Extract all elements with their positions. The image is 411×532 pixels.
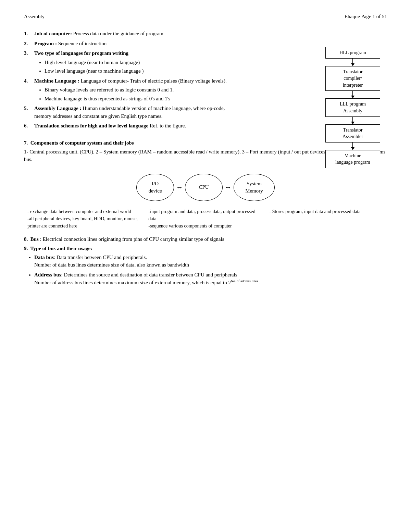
databus-bold: Data bus bbox=[34, 255, 54, 260]
cpu-ellipse: CPU bbox=[185, 174, 223, 201]
list-item-3: Two type of languages for program writin… bbox=[24, 49, 229, 75]
list-item-2: Program : Sequence of instruction bbox=[24, 40, 229, 48]
desc-col-cpu: -input program and data, process data, o… bbox=[145, 208, 266, 230]
item9-bullet-addressbus: Address bus: Determines the source and d… bbox=[34, 271, 387, 287]
addressbus-bold: Address bus bbox=[34, 272, 61, 277]
list-item-1: Job of computer: Process data under the … bbox=[24, 30, 229, 38]
item9-title: 9. Type of bus and their usage: bbox=[24, 246, 387, 251]
header-left: Assembly bbox=[24, 14, 45, 20]
item3-bullet-1: High level language (near to human langu… bbox=[45, 59, 229, 66]
flow-arrow-1 bbox=[352, 59, 353, 66]
flow-arrow-2 bbox=[352, 91, 353, 98]
arrow-io-cpu: ↔ bbox=[174, 183, 185, 191]
item2-text: Sequence of instruction bbox=[58, 41, 107, 46]
main-content: HLL program Translatorcompiler/interpret… bbox=[24, 30, 387, 287]
item1-bold: Job of computer: bbox=[34, 31, 72, 36]
item9-sublist: Data bus: Data transfer between CPU and … bbox=[24, 253, 387, 287]
desc-col-mem: - Stores program, input data and process… bbox=[266, 208, 387, 230]
flowchart: HLL program Translatorcompiler/interpret… bbox=[319, 47, 387, 168]
system-memory-ellipse: SystemMemory bbox=[234, 174, 275, 201]
description-table: - exchange data between computer and ext… bbox=[24, 208, 387, 230]
list-item-4: Machine Language : Language of computer-… bbox=[24, 77, 229, 103]
item4-text: Language of computer- Train of electric … bbox=[80, 78, 226, 84]
item6-bold: Translation schemes for high and low lev… bbox=[34, 123, 148, 128]
io-device-ellipse: I/Odevice bbox=[136, 174, 174, 201]
item3-bullet-2: Low level language (near to machine lang… bbox=[45, 67, 229, 75]
flow-box-5: Machinelanguage program bbox=[325, 150, 380, 168]
item8-text: 8. Bus : Electrical connection lines ori… bbox=[24, 236, 387, 242]
flow-box-4: TranslatorAssembler bbox=[325, 124, 380, 143]
flow-arrow-3 bbox=[352, 117, 353, 124]
list-item-5: Assembly Language : Human understandable… bbox=[24, 104, 229, 120]
arrow-cpu-mem: ↔ bbox=[223, 183, 234, 191]
item6-text: Ref. to the figure. bbox=[150, 123, 186, 128]
main-list: Job of computer: Process data under the … bbox=[24, 30, 229, 130]
item3-sublist: High level language (near to human langu… bbox=[34, 59, 229, 75]
item5-bold: Assembly Language : bbox=[34, 106, 82, 111]
item9-bullet-databus: Data bus: Data transfer between CPU and … bbox=[34, 253, 387, 269]
item4-sublist: Binary voltage levels are referred to as… bbox=[34, 86, 229, 102]
item4-bold: Machine Language : bbox=[34, 78, 79, 84]
item8: 8. Bus : Electrical connection lines ori… bbox=[24, 236, 387, 242]
desc-col-io: - exchange data between computer and ext… bbox=[24, 208, 145, 230]
item4-bullet-2: Machine language is thus represented as … bbox=[45, 95, 229, 103]
list-item-6: Translation schemes for high and low lev… bbox=[24, 122, 229, 130]
item4-bullet-1: Binary voltage levels are referred to as… bbox=[45, 86, 229, 94]
header-center: Ehaque Page 1 of 51 bbox=[345, 14, 387, 20]
flow-arrow-4 bbox=[352, 143, 353, 150]
cpu-diagram: I/Odevice ↔ CPU ↔ SystemMemory bbox=[24, 174, 387, 201]
item3-bold: Two type of languages for program writin… bbox=[34, 50, 128, 56]
item2-bold: Program : bbox=[34, 41, 57, 46]
flow-box-2: Translatorcompiler/interpreter bbox=[325, 66, 380, 91]
flow-box-3: LLL programAssembly bbox=[325, 98, 380, 116]
flow-box-1: HLL program bbox=[325, 47, 380, 59]
superscript-text: No. of address lines bbox=[231, 279, 258, 283]
item9: 9. Type of bus and their usage: Data bus… bbox=[24, 246, 387, 287]
item1-text: Process data under the guidance of progr… bbox=[73, 31, 163, 36]
